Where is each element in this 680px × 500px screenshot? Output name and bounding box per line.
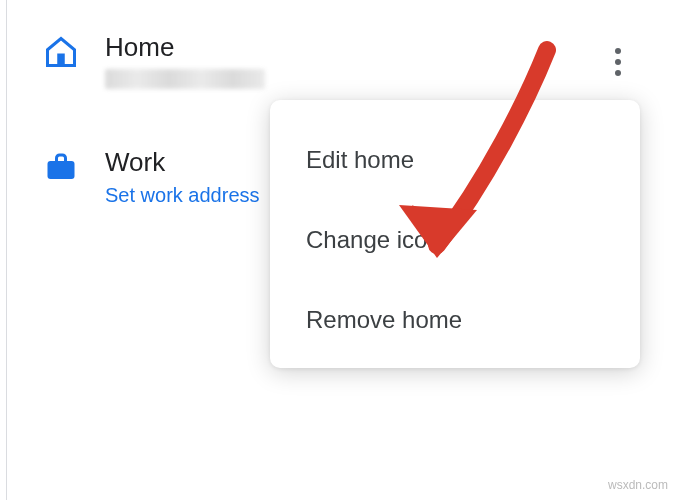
shortcut-text: Work Set work address: [105, 147, 260, 207]
attribution-text: wsxdn.com: [608, 478, 668, 492]
shortcut-row-home[interactable]: Home: [7, 20, 666, 107]
context-menu: Edit home Change icon Remove home: [270, 100, 640, 368]
menu-item-edit-home[interactable]: Edit home: [270, 120, 640, 200]
home-icon: [43, 34, 79, 70]
work-icon: [43, 149, 79, 185]
shortcut-text: Home: [105, 32, 265, 89]
svg-rect-1: [48, 161, 75, 179]
menu-item-remove-home[interactable]: Remove home: [270, 280, 640, 360]
menu-item-change-icon[interactable]: Change icon: [270, 200, 640, 280]
shortcuts-panel: Home Work Set work address Edit home Cha…: [6, 0, 666, 500]
more-vertical-icon: [615, 48, 621, 76]
set-work-address-link[interactable]: Set work address: [105, 184, 260, 207]
overflow-button[interactable]: [598, 42, 638, 82]
svg-rect-0: [57, 54, 65, 66]
shortcut-title: Work: [105, 147, 260, 178]
shortcut-title: Home: [105, 32, 265, 63]
shortcut-address-redacted: [105, 69, 265, 89]
